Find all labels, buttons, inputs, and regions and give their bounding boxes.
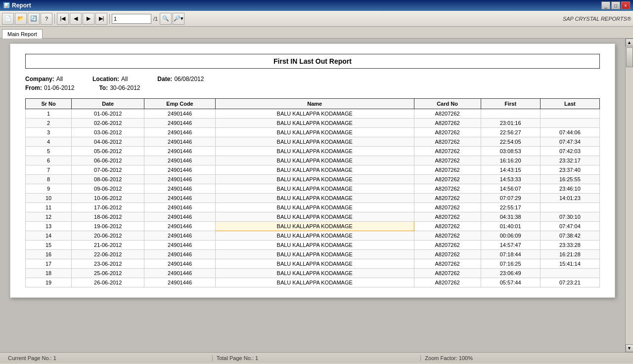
report-table: Sr No Date Emp Code Name Card No First L… (25, 98, 600, 287)
table-cell: A8207262 (414, 250, 481, 259)
table-cell: A8207262 (414, 241, 481, 250)
table-cell: 26-06-2012 (72, 278, 144, 287)
table-cell: 01:40:01 (481, 222, 540, 231)
name-cell: BALU KALLAPPA KODAMAGE (215, 278, 414, 287)
table-cell: 07:18:44 (481, 250, 540, 259)
table-cell: 14:57:47 (481, 241, 540, 250)
col-card-no: Card No (414, 99, 481, 109)
table-cell: 03:08:53 (481, 147, 540, 156)
table-row: 101-06-201224901446BALU KALLAPPA KODAMAG… (26, 109, 600, 119)
table-cell: 11 (26, 203, 72, 212)
table-cell: 07:07:29 (481, 194, 540, 203)
table-cell: 24901446 (144, 250, 215, 259)
last-page-button[interactable]: ▶| (95, 13, 107, 25)
scroll-thumb[interactable] (626, 47, 633, 67)
table-row: 1622-06-201224901446BALU KALLAPPA KODAMA… (26, 250, 600, 259)
table-cell: 05-06-2012 (72, 147, 144, 156)
table-cell: 23-06-2012 (72, 259, 144, 269)
name-cell: BALU KALLAPPA KODAMAGE (215, 165, 414, 175)
table-cell: 24901446 (144, 184, 215, 194)
date-label: Date: (157, 76, 172, 82)
table-cell: 07:47:04 (540, 222, 599, 231)
table-cell: 6 (26, 156, 72, 165)
table-row: 1521-06-201224901446BALU KALLAPPA KODAMA… (26, 241, 600, 250)
search-button[interactable]: 🔍 (160, 13, 172, 25)
toolbar-separator-2 (109, 14, 110, 24)
scroll-up-button[interactable]: ▲ (626, 39, 633, 46)
name-cell: BALU KALLAPPA KODAMAGE (215, 184, 414, 194)
name-cell: BALU KALLAPPA KODAMAGE (215, 212, 414, 222)
from-value: 01-06-2012 (44, 84, 74, 91)
zoom-button[interactable]: 🔎▾ (173, 13, 184, 25)
scroll-track[interactable] (626, 46, 633, 344)
table-cell: 14:56:07 (481, 184, 540, 194)
table-cell: 19-06-2012 (72, 222, 144, 231)
next-page-button[interactable]: ▶ (83, 13, 94, 25)
table-cell: 14:43:15 (481, 165, 540, 175)
table-cell: 24901446 (144, 156, 215, 165)
name-cell: BALU KALLAPPA KODAMAGE (215, 147, 414, 156)
table-cell: 14 (26, 231, 72, 241)
vertical-scrollbar[interactable]: ▲ ▼ (625, 39, 633, 352)
col-first: First (481, 99, 540, 109)
table-header-row: Sr No Date Emp Code Name Card No First L… (26, 99, 600, 109)
table-cell: 22:56:27 (481, 128, 540, 137)
total-page-section: Total Page No.: 1 (213, 355, 421, 361)
table-cell: 04:31:38 (481, 212, 540, 222)
name-cell: BALU KALLAPPA KODAMAGE (215, 175, 414, 184)
header-row-1: Company: All Location: All Date: 06/08/2… (25, 76, 600, 82)
name-cell: BALU KALLAPPA KODAMAGE (215, 194, 414, 203)
table-cell: 24901446 (144, 137, 215, 147)
report-page: First IN Last Out Report Company: All Lo… (10, 43, 615, 298)
to-value: 30-06-2012 (110, 84, 140, 91)
open-button[interactable]: 📂 (15, 13, 27, 25)
window-controls[interactable]: _ □ × (601, 1, 630, 9)
table-cell: A8207262 (414, 184, 481, 194)
table-row: 1825-06-201224901446BALU KALLAPPA KODAMA… (26, 269, 600, 278)
company-value: All (56, 76, 63, 82)
table-cell: 09-06-2012 (72, 184, 144, 194)
table-cell (481, 109, 540, 119)
table-cell: A8207262 (414, 119, 481, 128)
table-row: 1723-06-201224901446BALU KALLAPPA KODAMA… (26, 259, 600, 269)
table-cell: 17 (26, 259, 72, 269)
table-cell: 00:06:09 (481, 231, 540, 241)
prev-page-button[interactable]: ◀ (70, 13, 82, 25)
table-row: 505-06-201224901446BALU KALLAPPA KODAMAG… (26, 147, 600, 156)
from-label: From: (25, 84, 42, 91)
table-cell: 24901446 (144, 269, 215, 278)
new-button[interactable]: 📄 (2, 13, 14, 25)
table-cell: 22:55:17 (481, 203, 540, 212)
table-cell: 23:37:40 (540, 165, 599, 175)
minimize-button[interactable]: _ (601, 1, 610, 9)
zoom-label: Zoom Factor: 100% (425, 355, 473, 361)
location-label: Location: (92, 76, 119, 82)
name-cell: BALU KALLAPPA KODAMAGE (215, 241, 414, 250)
table-row: 1319-06-201224901446BALU KALLAPPA KODAMA… (26, 222, 600, 231)
maximize-button[interactable]: □ (611, 1, 620, 9)
name-cell: BALU KALLAPPA KODAMAGE (215, 119, 414, 128)
page-number-input[interactable]: 1 (112, 14, 151, 24)
table-cell: 24901446 (144, 203, 215, 212)
table-row: 909-06-201224901446BALU KALLAPPA KODAMAG… (26, 184, 600, 194)
table-cell: 21-06-2012 (72, 241, 144, 250)
col-emp-code: Emp Code (144, 99, 215, 109)
first-page-button[interactable]: |◀ (57, 13, 69, 25)
table-row: 1218-06-201224901446BALU KALLAPPA KODAMA… (26, 212, 600, 222)
refresh-button[interactable]: 🔄 (28, 13, 40, 25)
scroll-down-button[interactable]: ▼ (626, 344, 633, 352)
name-cell: BALU KALLAPPA KODAMAGE (215, 156, 414, 165)
table-row: 1117-06-201224901446BALU KALLAPPA KODAMA… (26, 203, 600, 212)
main-report-tab[interactable]: Main Report (2, 29, 43, 39)
table-cell (540, 109, 599, 119)
close-button[interactable]: × (621, 1, 630, 9)
table-cell: A8207262 (414, 109, 481, 119)
status-bar: Current Page No.: 1 Total Page No.: 1 Zo… (0, 352, 633, 363)
table-cell: 24901446 (144, 231, 215, 241)
table-row: 1926-06-201224901446BALU KALLAPPA KODAMA… (26, 278, 600, 287)
help-button[interactable]: ? (41, 13, 52, 25)
name-cell: BALU KALLAPPA KODAMAGE (215, 231, 414, 241)
report-title: First IN Last Out Report (25, 54, 600, 69)
table-row: 707-06-201224901446BALU KALLAPPA KODAMAG… (26, 165, 600, 175)
app-title: Report (12, 2, 31, 9)
